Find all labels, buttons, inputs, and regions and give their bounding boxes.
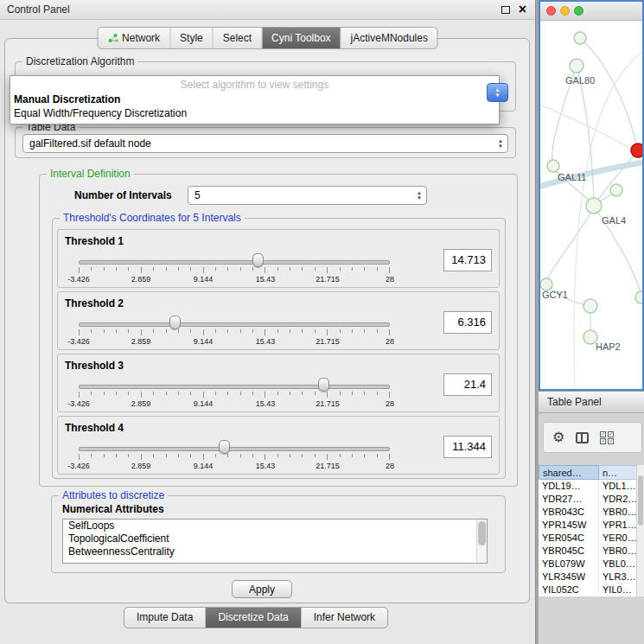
table-row[interactable]: YDR27…YDR2… — [539, 493, 644, 506]
slider-ticks — [79, 267, 390, 274]
column-header-shared-name[interactable]: shared… — [539, 465, 599, 480]
slider-tick-labels: -3.4262.8599.14415.4321.71528 — [79, 275, 390, 284]
algorithm-dropdown-popup: Select algorithm to view settings Manual… — [10, 75, 500, 124]
slider-track[interactable] — [79, 322, 390, 327]
tick-mark — [364, 267, 365, 271]
network-node-label: GAL80 — [565, 75, 595, 86]
dropdown-option-manual-discretization[interactable]: Manual Discretization — [10, 92, 499, 106]
checkbox-icon[interactable]: ✓ — [600, 431, 606, 437]
threshold-label: Threshold 4 — [65, 422, 124, 434]
threshold-1-value-field[interactable]: 14.713 — [443, 249, 492, 271]
table-row[interactable]: YPR145WYPR1… — [539, 519, 644, 532]
numerical-attributes-list[interactable]: SelfLoopsTopologicalCoefficientBetweenne… — [62, 519, 488, 564]
close-icon[interactable]: × — [519, 1, 526, 18]
network-edge — [547, 211, 592, 279]
network-node[interactable] — [540, 278, 552, 290]
tick-mark — [91, 392, 92, 395]
control-panel-titlebar[interactable]: Control Panel × — [0, 0, 535, 20]
threshold-2-value-field[interactable]: 6.316 — [443, 311, 492, 334]
tick-mark — [166, 454, 167, 457]
apply-button[interactable]: Apply — [232, 580, 292, 598]
tick-mark — [352, 392, 353, 395]
column-checkbox-icons[interactable]: ✓ ✓ ✓ ✓ — [600, 431, 615, 444]
algorithm-combo-button[interactable]: ▲ ▼ — [487, 83, 508, 102]
threshold-2-slider[interactable]: -3.4262.8599.14415.4321.71528 — [79, 311, 390, 349]
table-row[interactable]: YLR345WYLR3… — [539, 571, 644, 583]
network-node[interactable] — [586, 198, 602, 214]
network-canvas[interactable]: GAL80GAL11GAL4GCY1HAP2 — [540, 21, 642, 389]
table-data-combo[interactable]: galFiltered.sif default node ▲▼ — [22, 134, 508, 153]
network-view-window: GAL80GAL11GAL4GCY1HAP2 — [539, 0, 644, 391]
threshold-4-value-field[interactable]: 11.344 — [443, 436, 492, 458]
tick-mark — [153, 329, 154, 333]
slider-track[interactable] — [79, 260, 390, 265]
table-panel-titlebar[interactable]: Table Panel — [539, 391, 644, 413]
network-node[interactable] — [635, 291, 642, 303]
network-node[interactable] — [610, 184, 622, 196]
float-window-icon[interactable] — [501, 6, 510, 14]
threshold-3-value-field[interactable]: 21.4 — [443, 373, 492, 396]
table-row[interactable]: YBL079WYBL0… — [539, 558, 644, 571]
tick-mark — [104, 267, 105, 271]
tick-mark — [215, 392, 216, 395]
tab-style[interactable]: Style — [170, 28, 214, 48]
tab-impute-data[interactable]: Impute Data — [124, 608, 206, 628]
tab-infer-network[interactable]: Infer Network — [302, 608, 387, 628]
top-tab-strip: Network Style Select Cyni Toolbox jActiv… — [97, 27, 438, 49]
slider-track[interactable] — [79, 447, 390, 451]
tab-discretize-data[interactable]: Discretize Data — [206, 608, 301, 628]
group-title: Attributes to discretize — [59, 489, 168, 501]
slider-thumb[interactable] — [169, 316, 181, 329]
attribute-list-item[interactable]: SelfLoops — [63, 520, 487, 532]
gear-icon[interactable]: ⚙ — [552, 430, 564, 444]
tab-cyni-toolbox[interactable]: Cyni Toolbox — [262, 28, 341, 48]
tab-network[interactable]: Network — [98, 28, 170, 48]
tick-mark — [227, 454, 228, 457]
threshold-3-slider[interactable]: -3.4262.8599.14415.4321.71528 — [79, 373, 390, 411]
table-scrollbar-thumb[interactable] — [638, 475, 643, 526]
selected-network-node[interactable] — [631, 143, 642, 157]
slider-thumb[interactable] — [252, 253, 264, 267]
list-scrollbar-thumb[interactable] — [478, 521, 486, 545]
columns-icon[interactable] — [576, 432, 589, 443]
table-row[interactable]: YBR043CYBR0… — [539, 506, 644, 519]
checkbox-icon[interactable]: ✓ — [608, 431, 614, 437]
slider-thumb[interactable] — [318, 378, 329, 392]
slider-thumb[interactable] — [219, 440, 230, 454]
tick-mark — [315, 267, 316, 271]
attribute-list-item[interactable]: TopologicalCoefficient — [63, 532, 487, 545]
network-node[interactable] — [583, 299, 597, 313]
tick-mark — [352, 329, 353, 333]
tab-select[interactable]: Select — [214, 28, 262, 48]
network-node[interactable] — [547, 160, 559, 172]
tab-jactivemnodules[interactable]: jActiveMNodules — [341, 28, 437, 48]
tick-mark — [315, 454, 316, 457]
threshold-1-slider[interactable]: -3.4262.8599.14415.4321.71528 — [79, 249, 390, 287]
table-row[interactable]: YDL19…YDL1… — [539, 480, 644, 493]
table-row[interactable]: YIL052CYIL0… — [539, 583, 644, 596]
attribute-list-item[interactable]: BetweennessCentrality — [63, 545, 487, 558]
network-node[interactable] — [570, 59, 583, 73]
slider-track[interactable] — [79, 385, 390, 389]
table-row[interactable]: YER054CYER0… — [539, 532, 644, 545]
zoom-traffic-light-icon[interactable] — [574, 6, 583, 16]
tick-mark — [265, 329, 265, 335]
list-scrollbar[interactable] — [476, 520, 487, 563]
num-intervals-combo[interactable]: 5 ▲▼ — [188, 186, 427, 205]
table-scrollbar[interactable] — [636, 465, 644, 596]
checkbox-icon[interactable]: ✓ — [600, 438, 606, 444]
checkbox-icon[interactable]: ✓ — [608, 438, 614, 444]
dropdown-option-equal-width-frequency[interactable]: Equal Width/Frequency Discretization — [10, 106, 499, 120]
right-column: GAL80GAL11GAL4GCY1HAP2 Table Panel ⚙ ✓ ✓… — [539, 0, 644, 644]
tick-mark — [290, 329, 290, 333]
table-row[interactable]: YBR045CYBR0… — [539, 545, 644, 558]
tick-mark — [104, 454, 105, 457]
tick-mark — [377, 267, 378, 271]
network-node[interactable] — [574, 32, 586, 44]
close-traffic-light-icon[interactable] — [546, 6, 556, 16]
tick-mark — [153, 454, 154, 457]
network-window-titlebar[interactable] — [540, 2, 642, 21]
minimize-traffic-light-icon[interactable] — [560, 6, 570, 16]
threshold-4-slider[interactable]: -3.4262.8599.14415.4321.71528 — [79, 436, 390, 474]
tick-mark — [116, 392, 117, 395]
